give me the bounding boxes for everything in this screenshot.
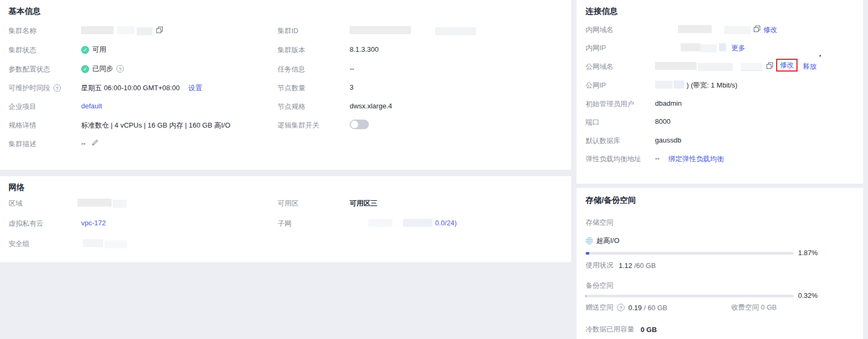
redacted-subnet (403, 219, 432, 227)
usage-status-label: 使用状况 (586, 261, 613, 270)
disk-type-value: 超高I/O (596, 236, 619, 246)
storage-space-label: 存储空间 (586, 218, 613, 227)
az-label: 可用区 (278, 199, 298, 208)
maintenance-value: 星期五 06:00-10:00 GMT+08:00 设置 (81, 83, 202, 93)
redacted-security-group (105, 240, 127, 248)
free-space-label: 赠送空间 (586, 303, 613, 312)
storage-usage-bar-fill (586, 252, 589, 255)
cold-data-label: 冷数据已用容量 (586, 325, 634, 334)
redacted-private-ip (719, 43, 726, 51)
edit-pencil-icon[interactable] (91, 139, 99, 148)
redacted-private-domain (678, 25, 712, 33)
copy-icon[interactable] (753, 25, 761, 34)
redacted-private-domain (724, 26, 751, 34)
status-check-icon: ✓ (81, 46, 89, 54)
private-domain-label: 内网域名 (586, 25, 613, 35)
admin-user-label: 初始管理员用户 (586, 99, 634, 109)
status-check-icon: ✓ (81, 65, 89, 73)
network-title: 网络 (9, 183, 25, 193)
node-spec-label: 节点规格 (278, 102, 305, 112)
cold-data-row: 冷数据已用容量 0 GB (586, 325, 657, 334)
public-ip-label: 公网IP (586, 81, 606, 90)
copy-icon[interactable] (156, 26, 163, 35)
admin-user-value: dbadmin (655, 99, 682, 107)
help-icon[interactable]: ? (53, 84, 61, 92)
default-db-value: gaussdb (655, 136, 681, 144)
connection-title: 连接信息 (586, 6, 618, 17)
redacted-cluster-id (435, 27, 476, 35)
cluster-name-label: 集群名称 (9, 26, 36, 36)
bind-elb-link[interactable]: 绑定弹性负载均衡 (668, 154, 724, 164)
elb-value: -- (655, 154, 660, 162)
cluster-status-label: 集群状态 (9, 45, 36, 55)
redacted-subnet (368, 219, 392, 227)
enterprise-project-label: 企业项目 (9, 102, 36, 112)
redacted-public-domain (698, 63, 733, 71)
region-label: 区域 (9, 199, 22, 208)
redacted-cluster-name (117, 26, 135, 34)
disk-type-icon (586, 237, 593, 245)
param-status-value: ✓ 已同步 ? (81, 64, 124, 74)
version-label: 集群版本 (278, 45, 305, 55)
subnet-link[interactable]: 0.0/24) (435, 219, 456, 227)
free-space-value: 0.19 (628, 304, 642, 312)
logical-cluster-switch-label: 逻辑集群开关 (278, 121, 319, 130)
node-count-label: 节点数量 (278, 83, 305, 93)
redacted-public-ip (655, 81, 673, 89)
backup-usage-bar-fill (586, 295, 586, 297)
redacted-private-ip (681, 43, 700, 51)
network-card: 网络 区域 虚拟私有云 vpc-172 安全组 可用区 可用区三 子网 0.0/… (0, 176, 571, 262)
backup-usage-percent: 0.32% (798, 291, 818, 299)
connection-info-card: 连接信息 内网域名 修改 内网IP 更多 公网域名 修改 释放 公网IP ) (… (577, 0, 863, 184)
node-spec-value: dwsx.xlarge.4 (350, 102, 392, 110)
cluster-id-label: 集群ID (278, 26, 298, 36)
public-domain-label: 公网域名 (586, 62, 613, 72)
private-ip-more-link[interactable]: 更多 (731, 43, 745, 53)
az-value: 可用区三 (350, 199, 377, 208)
free-space-total: / 60 GB (642, 304, 667, 312)
logical-cluster-toggle[interactable] (350, 120, 369, 129)
storage-usage-percent: 1.87% (798, 249, 818, 257)
disk-type-row: 超高I/O (586, 236, 619, 246)
redacted-public-domain (741, 63, 762, 71)
enterprise-project-link[interactable]: default (81, 102, 102, 110)
private-domain-modify-link[interactable]: 修改 (763, 25, 777, 35)
task-info-label: 任务信息 (278, 65, 305, 74)
port-label: 端口 (586, 117, 599, 127)
basic-info-title: 基本信息 (9, 6, 41, 17)
maintenance-set-link[interactable]: 设置 (188, 83, 202, 93)
redacted-region (77, 199, 112, 207)
vpc-link[interactable]: vpc-172 (81, 219, 106, 227)
spec-label: 规格详情 (9, 121, 36, 130)
redacted-public-ip (674, 81, 684, 89)
public-domain-modify-link[interactable]: 修改 (780, 61, 794, 69)
spec-value: 标准数仓 | 4 vCPUs | 16 GB 内存 | 160 GB 高I/O (81, 121, 231, 130)
screenshot-dot-artifact (819, 55, 821, 57)
vpc-label: 虚拟私有云 (9, 219, 43, 228)
usage-total: /60 GB (632, 262, 656, 270)
elb-label: 弹性负载均衡地址 (586, 154, 641, 164)
toggle-knob (351, 121, 358, 128)
annotation-highlight-box: 修改 (776, 59, 798, 72)
redacted-security-group (83, 239, 103, 247)
redacted-cluster-id (350, 26, 411, 34)
version-value: 8.1.3.300 (350, 45, 378, 53)
subnet-label: 子网 (278, 219, 291, 228)
default-db-label: 默认数据库 (586, 136, 620, 146)
basic-info-card: 基本信息 集群名称 集群状态 ✓ 可用 参数配置状态 ✓ 已同步 ? 可维护时间… (0, 0, 571, 170)
public-ip-bandwidth: ) (带宽: 1 Mbit/s) (686, 81, 737, 90)
copy-icon[interactable] (766, 62, 774, 71)
public-domain-release-link[interactable]: 释放 (803, 62, 817, 72)
free-space-row: 赠送空间 ? 0.19 / 60 GB (586, 303, 667, 312)
param-status-label: 参数配置状态 (9, 65, 50, 74)
port-value: 8000 (655, 117, 670, 125)
help-icon[interactable]: ? (617, 304, 625, 311)
storage-backup-card: 存储/备份空间 存储空间 超高I/O 1.87% 使用状况 1.12 /60 G… (577, 188, 863, 339)
storage-usage-bar (586, 252, 794, 255)
cold-data-value: 0 GB (641, 326, 657, 334)
help-icon[interactable]: ? (116, 65, 124, 73)
redacted-private-ip (700, 44, 717, 52)
charged-space-label: 收费空间 0 GB (716, 303, 777, 312)
task-info-value: -- (350, 65, 354, 73)
maintenance-label: 可维护时间段 ? (9, 83, 61, 93)
